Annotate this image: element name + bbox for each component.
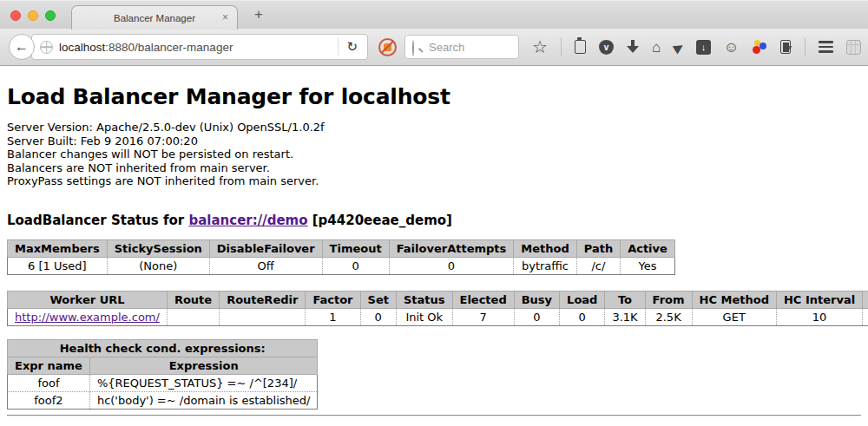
tab-balancer-manager[interactable]: Balancer Manager × <box>71 5 238 29</box>
column-header: Status <box>396 291 452 308</box>
status-heading: LoadBalancer Status for balancer://demo … <box>7 213 861 228</box>
balancer-demo-link[interactable]: balancer://demo <box>188 213 307 228</box>
column-header: MaxMembers <box>8 239 108 257</box>
note-inherit-line: Balancers are NOT inherited from main se… <box>7 161 861 175</box>
tab-title: Balancer Manager <box>114 13 195 23</box>
table-cell: 1 <box>306 308 360 325</box>
table-cell: bytraffic <box>514 257 576 274</box>
server-version-line: Server Version: Apache/2.5.0-dev (Unix) … <box>7 121 861 134</box>
table-cell: Off <box>209 257 322 274</box>
install-update-icon[interactable]: ↓ <box>696 40 711 55</box>
table-cell <box>167 308 219 325</box>
url-text: localhost:8880/balancer-manager <box>59 41 332 54</box>
column-header: Load <box>560 291 605 308</box>
table-cell: 1 (0) <box>863 308 868 325</box>
column-header: Factor <box>306 291 360 308</box>
sidebar-grid-icon[interactable] <box>846 40 861 55</box>
page-content: Load Balancer Manager for localhost Serv… <box>0 84 868 416</box>
extension-dots-icon[interactable] <box>752 40 767 55</box>
worker-status-table: Worker URLRouteRouteRedirFactorSetStatus… <box>7 291 868 326</box>
column-header: Timeout <box>322 239 389 257</box>
table-cell: (None) <box>107 257 209 274</box>
container-icon[interactable] <box>780 40 791 54</box>
column-header: To <box>605 291 645 308</box>
globe-icon <box>40 41 53 54</box>
chat-smiley-icon[interactable]: ☺ <box>724 40 739 55</box>
window-controls <box>10 10 56 21</box>
table-cell: 0 <box>322 257 389 274</box>
table-cell: http://www.example.com/ <box>8 308 168 325</box>
browser-chrome: Balancer Manager × + ← localhost:8880/ba… <box>0 0 868 66</box>
status-heading-suffix: [p4420eeae_demo] <box>308 213 452 228</box>
column-header: FailoverAttempts <box>389 239 514 257</box>
table-cell: /c/ <box>576 257 620 274</box>
table-cell: 7 <box>452 308 514 325</box>
server-built-line: Server Built: Feb 9 2016 07:00:20 <box>7 134 861 148</box>
plugin-blocked-icon[interactable] <box>378 38 397 56</box>
table-cell: 2.5K <box>645 308 692 325</box>
balancer-settings-table: MaxMembersStickySessionDisableFailoverTi… <box>7 239 675 275</box>
table-cell: hc('body') =~ /domain is established/ <box>89 391 318 409</box>
column-header: Busy <box>514 291 559 308</box>
page-title: Load Balancer Manager for localhost <box>7 84 861 109</box>
table-cell: 0 <box>389 257 514 274</box>
column-header: Route <box>167 291 219 308</box>
column-header: Path <box>576 239 620 257</box>
table-cell: %{REQUEST_STATUS} =~ /^[234]/ <box>89 374 318 391</box>
tab-close-icon[interactable]: × <box>222 11 228 23</box>
url-path: :8880/balancer-manager <box>105 41 233 54</box>
minimize-window-button[interactable] <box>28 10 38 21</box>
column-header: DisableFailover <box>209 239 322 257</box>
bottom-horizontal-rule <box>7 415 861 416</box>
divider <box>561 37 562 56</box>
table-row: 6 [1 Used](None)Off00bytraffic/c/Yes <box>8 257 675 274</box>
column-header: Method <box>514 239 576 257</box>
column-header: Active <box>621 239 675 257</box>
table-cell: foof <box>8 374 90 391</box>
column-header: Elected <box>452 291 514 308</box>
table-row: foof2hc('body') =~ /domain is establishe… <box>8 391 318 409</box>
note-persist-line: Balancer changes will NOT be persisted o… <box>7 147 861 161</box>
reload-icon[interactable]: ↻ <box>345 39 359 55</box>
divider <box>805 37 806 56</box>
search-input[interactable] <box>429 41 507 54</box>
note-proxypass-line: ProxyPass settings are NOT inherited fro… <box>7 174 861 188</box>
home-icon[interactable]: ⌂ <box>652 40 661 55</box>
table-cell: foof2 <box>8 391 90 409</box>
table-cell: 0 <box>560 308 605 325</box>
new-tab-button[interactable]: + <box>254 6 263 23</box>
table-title: Health check cond. expressions: <box>8 339 318 357</box>
column-header: Expr name <box>8 357 90 374</box>
table-cell <box>220 308 306 325</box>
clipboard-icon[interactable] <box>575 40 586 54</box>
close-window-button[interactable] <box>10 10 21 21</box>
column-header: Passes <box>863 291 868 308</box>
table-cell: 0 <box>360 308 396 325</box>
divider <box>338 38 339 56</box>
navigation-toolbar: ← localhost:8880/balancer-manager ↻ ☆ v … <box>0 29 868 66</box>
search-bar[interactable] <box>404 35 519 59</box>
worker-url-link[interactable]: http://www.example.com/ <box>15 311 160 324</box>
table-cell: Init Ok <box>396 308 452 325</box>
search-icon <box>412 41 424 53</box>
downloads-icon[interactable] <box>627 40 639 54</box>
bookmark-star-icon[interactable]: ☆ <box>532 38 548 56</box>
zoom-window-button[interactable] <box>45 10 56 21</box>
send-icon[interactable]: ▶ <box>671 39 686 55</box>
table-cell: GET <box>692 308 776 325</box>
pocket-icon[interactable]: v <box>599 40 614 55</box>
back-button[interactable]: ← <box>9 34 35 60</box>
table-row: http://www.example.com/10Init Ok7003.1K2… <box>8 308 868 325</box>
column-header: RouteRedir <box>220 291 306 308</box>
column-header: StickySession <box>107 239 209 257</box>
column-header: Expression <box>89 357 318 374</box>
menu-icon[interactable] <box>819 41 833 53</box>
column-header: Set <box>360 291 396 308</box>
tab-bar: Balancer Manager × + <box>0 0 868 29</box>
health-check-expressions-table: Health check cond. expressions:Expr name… <box>7 339 318 410</box>
url-bar[interactable]: localhost:8880/balancer-manager ↻ <box>31 34 368 60</box>
url-domain: localhost <box>59 41 105 54</box>
toolbar-buttons: ☆ v ⌂ ▶ ↓ ☺ ▾ <box>532 37 861 56</box>
back-icon: ← <box>15 39 29 55</box>
server-info: Server Version: Apache/2.5.0-dev (Unix) … <box>7 121 861 188</box>
